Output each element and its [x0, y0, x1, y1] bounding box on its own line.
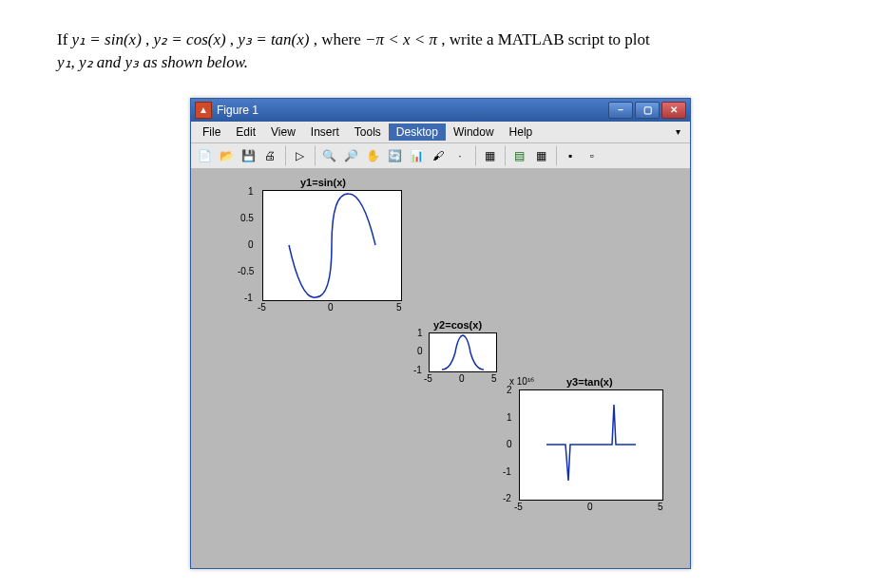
problem-statement: If y₁ = sin(x) , y₂ = cos(x) , y₃ = tan(…: [57, 28, 824, 74]
p2-xt0: -5: [424, 373, 432, 384]
menu-view[interactable]: View: [263, 123, 303, 141]
matlab-figure-window: ▲ Figure 1 – ▢ ✕ File Edit View Insert T…: [190, 98, 691, 569]
t-where: , where: [314, 30, 365, 48]
plot3-scale: x 10¹⁶: [509, 376, 534, 387]
link-icon[interactable]: ·: [450, 145, 470, 166]
toolbar: 📄 📂 💾 🖨 ▷ 🔍 🔎 ✋ 🔄 📊 🖌 · ▦ ▤ ▦ ▪ ▫: [191, 143, 690, 169]
t-y2: y₂ = cos(x): [154, 30, 226, 48]
p3-xt2: 5: [658, 502, 663, 512]
menu-file[interactable]: File: [195, 123, 228, 141]
tan-curve: [520, 390, 662, 500]
menu-desktop[interactable]: Desktop: [389, 123, 446, 141]
p2-xt2: 5: [491, 373, 497, 384]
minimize-button[interactable]: –: [608, 102, 633, 119]
window-title: Figure 1: [217, 104, 608, 117]
t-y1: y₁ = sin(x): [72, 30, 142, 48]
insert-colorbar-icon[interactable]: ▦: [530, 145, 551, 166]
p3-xt0: -5: [514, 502, 523, 512]
figure-canvas: y1=sin(x) 1 0.5 0 -0.5 -1 -5 0 5 y2=cos(…: [191, 169, 690, 568]
plot3-title: y3=tan(x): [566, 376, 613, 388]
p2-xt1: 0: [459, 373, 465, 384]
plot1-axes[interactable]: [262, 190, 402, 301]
zoom-in-icon[interactable]: 🔍: [318, 145, 339, 166]
menu-edit[interactable]: Edit: [228, 123, 263, 141]
p3-yt2: 0: [507, 439, 512, 449]
plot3-axes[interactable]: [519, 389, 663, 501]
zoom-out-icon[interactable]: 🔎: [340, 145, 361, 166]
menu-window[interactable]: Window: [446, 123, 502, 141]
menubar-overflow-icon[interactable]: ▾: [670, 126, 686, 137]
menubar: File Edit View Insert Tools Desktop Wind…: [191, 122, 690, 143]
save-icon[interactable]: 💾: [238, 145, 259, 166]
plot1-title: y1=sin(x): [300, 177, 346, 188]
menu-tools[interactable]: Tools: [347, 123, 389, 141]
plot2-axes[interactable]: [429, 332, 497, 372]
data-cursor-icon[interactable]: 📊: [406, 145, 427, 166]
titlebar[interactable]: ▲ Figure 1 – ▢ ✕: [191, 99, 690, 122]
sin-curve: [263, 191, 401, 300]
t-suffix: , write a MATLAB script to plot: [441, 30, 650, 48]
maximize-button[interactable]: ▢: [635, 102, 660, 119]
brush-icon[interactable]: 🖌: [428, 145, 449, 166]
new-figure-icon[interactable]: 📄: [194, 145, 215, 166]
matlab-icon: ▲: [195, 102, 212, 119]
pointer-icon[interactable]: ▷: [289, 145, 310, 166]
menu-insert[interactable]: Insert: [303, 123, 347, 141]
p2-yt1: 0: [417, 346, 423, 356]
t-domain: −π < x < π: [365, 30, 437, 48]
p1-xt0: -5: [258, 302, 266, 313]
p2-yt0: 1: [417, 328, 423, 338]
p3-yt0: 2: [507, 385, 512, 395]
cos-curve: [430, 333, 496, 371]
p3-yt3: -1: [503, 466, 511, 477]
p1-yt3: -0.5: [238, 266, 254, 276]
p2-yt2: -1: [413, 365, 422, 375]
p3-yt4: -2: [503, 493, 511, 503]
hide-tools-icon[interactable]: ▪: [560, 145, 581, 166]
rotate-icon[interactable]: 🔄: [384, 145, 405, 166]
p1-yt0: 1: [248, 186, 254, 197]
p3-yt1: 1: [507, 412, 512, 423]
pan-icon[interactable]: ✋: [362, 145, 383, 166]
close-button[interactable]: ✕: [661, 102, 686, 119]
plot2-title: y2=cos(x): [433, 319, 482, 331]
p1-xt1: 0: [328, 302, 334, 313]
open-icon[interactable]: 📂: [216, 145, 237, 166]
menu-help[interactable]: Help: [502, 123, 541, 141]
p1-yt1: 0.5: [240, 213, 254, 223]
print-icon[interactable]: 🖨: [259, 145, 280, 166]
p1-yt2: 0: [248, 239, 254, 250]
legend-icon[interactable]: ▤: [508, 145, 529, 166]
p1-xt2: 5: [396, 302, 402, 313]
colorbar-icon[interactable]: ▦: [479, 145, 500, 166]
p1-yt4: -1: [244, 293, 253, 303]
t-y3: y₃ = tan(x): [238, 30, 309, 48]
t-line2: y₁, y₂ and y₃ as shown below.: [57, 53, 248, 71]
p3-xt1: 0: [587, 502, 593, 512]
t-prefix: If: [57, 30, 72, 48]
show-tools-icon[interactable]: ▫: [582, 145, 603, 166]
